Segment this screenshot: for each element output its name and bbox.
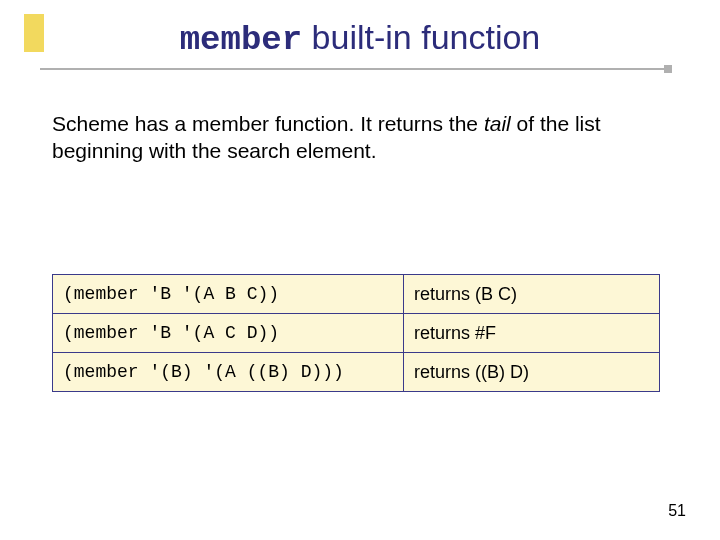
title-code-word: member [180, 21, 302, 59]
example-code: (member '(B) '(A ((B) D))) [53, 353, 404, 392]
example-code: (member 'B '(A C D)) [53, 314, 404, 353]
body-pre: Scheme has a member function. It returns… [52, 112, 484, 135]
table-row: (member '(B) '(A ((B) D))) returns ((B) … [53, 353, 660, 392]
example-result: returns #F [404, 314, 660, 353]
example-code: (member 'B '(A B C)) [53, 275, 404, 314]
examples-table: (member 'B '(A B C)) returns (B C) (memb… [52, 274, 660, 392]
body-italic: tail [484, 112, 511, 135]
page-number: 51 [668, 502, 686, 520]
table-row: (member 'B '(A B C)) returns (B C) [53, 275, 660, 314]
table-row: (member 'B '(A C D)) returns #F [53, 314, 660, 353]
example-result: returns (B C) [404, 275, 660, 314]
slide: member built-in function Scheme has a me… [0, 0, 720, 540]
title-rest: built-in function [302, 18, 540, 56]
title-underline [40, 68, 666, 70]
example-result: returns ((B) D) [404, 353, 660, 392]
slide-title: member built-in function [0, 18, 720, 59]
body-paragraph: Scheme has a member function. It returns… [52, 110, 660, 165]
